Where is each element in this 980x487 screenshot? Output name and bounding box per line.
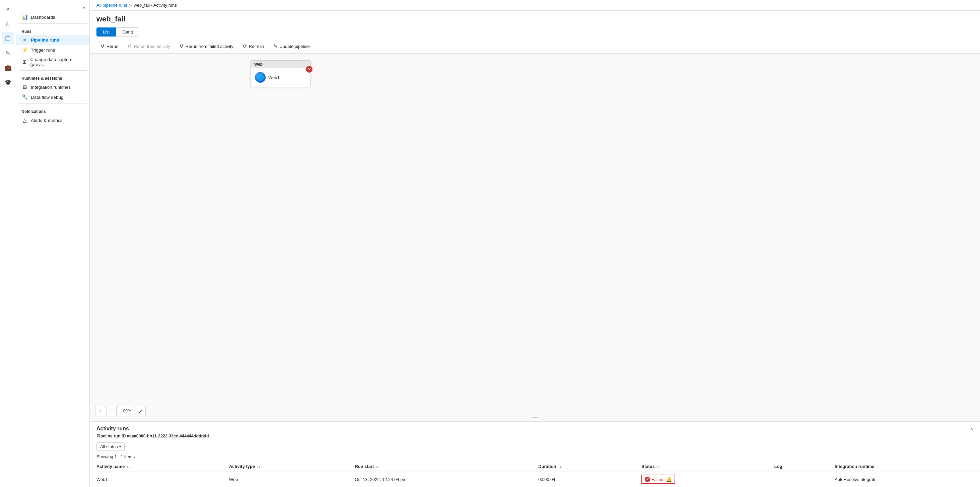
sort-activity-type-icon[interactable]: ↑↓ bbox=[257, 465, 260, 469]
rerun-button[interactable]: ↺ Rerun bbox=[97, 41, 122, 51]
zoom-controls: + − 100% ⤢ bbox=[95, 406, 146, 416]
col-activity-name: Activity name ↑↓ bbox=[90, 461, 223, 472]
web-node-error-icon: ✕ bbox=[306, 66, 312, 73]
alerts-metrics-label: Alerts & metrics bbox=[31, 118, 63, 123]
showing-text: Showing 1 - 1 items bbox=[90, 454, 980, 461]
rerun-icon: ↺ bbox=[100, 43, 105, 49]
sidebar-item-data-flow-debug[interactable]: 🔧 Data flow debug bbox=[16, 92, 89, 102]
collapse-sidebar-btn[interactable]: « bbox=[81, 4, 87, 11]
hat-icon-btn[interactable]: 🎓 bbox=[2, 76, 14, 88]
breadcrumb-separator: > bbox=[129, 3, 132, 8]
cell-integration-runtime: AutoResolveIntegrati bbox=[828, 472, 980, 487]
col-integration-runtime: Integration runtime bbox=[828, 461, 980, 472]
rerun-from-activity-button[interactable]: ↺ Rerun from activity bbox=[124, 41, 174, 51]
pipeline-run-id-label: Pipeline run ID bbox=[97, 434, 126, 438]
pipeline-runs-icon: ≡ bbox=[21, 37, 28, 43]
canvas-area[interactable]: Web 🌐 Web1 ✕ + − 100% ⤢ — bbox=[90, 54, 980, 421]
runs-section-label: Runs bbox=[16, 25, 89, 35]
change-data-capture-label: Change data capture (previ... bbox=[30, 57, 84, 67]
sidebar: « 📊 Dashboards Runs ≡ Pipeline runs ⚡ Tr… bbox=[16, 0, 90, 487]
web-node-card[interactable]: Web 🌐 Web1 ✕ bbox=[251, 60, 311, 87]
activity-runs-header: Activity runs ∧ bbox=[90, 422, 980, 433]
breadcrumb-link[interactable]: All pipeline runs bbox=[97, 3, 127, 8]
notifications-section-label: Notifications bbox=[16, 105, 89, 115]
sort-status-icon[interactable]: ↑↓ bbox=[657, 465, 660, 469]
data-flow-debug-label: Data flow debug bbox=[31, 95, 64, 100]
table-row: Web1 Web Oct 13, 2022, 12:24:04 pm 00:00… bbox=[90, 472, 980, 487]
briefcase-icon-btn[interactable]: 💼 bbox=[2, 62, 14, 74]
collapse-activity-runs-btn[interactable]: ∧ bbox=[970, 426, 973, 431]
rerun-from-activity-label: Rerun from activity bbox=[134, 44, 170, 49]
cell-duration: 00:00:04 bbox=[531, 472, 635, 487]
update-pipeline-label: Update pipeline bbox=[279, 44, 309, 49]
alerts-metrics-icon: △ bbox=[21, 117, 28, 123]
update-pipeline-icon: ✎ bbox=[273, 43, 278, 49]
zoom-percent-button[interactable]: 100% bbox=[118, 406, 134, 416]
sidebar-item-trigger-runs[interactable]: ⚡ Trigger runs bbox=[16, 45, 89, 55]
integration-runtimes-label: Integration runtimes bbox=[31, 85, 71, 90]
edit-icon-btn[interactable]: ✎ bbox=[2, 47, 14, 59]
rerun-from-activity-icon: ↺ bbox=[127, 43, 132, 49]
activity-runs-title: Activity runs bbox=[97, 426, 129, 432]
main-content: All pipeline runs > web_fail - Activity … bbox=[90, 0, 980, 487]
status-filter: All status ▾ bbox=[90, 441, 980, 454]
col-run-start: Run start ↑↓ bbox=[348, 461, 531, 472]
rerun-from-failed-button[interactable]: ↺ Rerun from failed activity bbox=[175, 41, 237, 51]
zoom-out-button[interactable]: − bbox=[107, 406, 116, 416]
data-flow-debug-icon: 🔧 bbox=[21, 94, 28, 100]
dashboards-icon: 📊 bbox=[21, 14, 28, 20]
sidebar-item-dashboards[interactable]: 📊 Dashboards bbox=[16, 12, 89, 22]
web-node-header: Web bbox=[251, 60, 310, 68]
page-title: web_fail bbox=[90, 11, 980, 26]
drag-handle[interactable]: — bbox=[531, 413, 538, 421]
zoom-fit-button[interactable]: ⤢ bbox=[136, 406, 146, 416]
sidebar-item-change-data-capture[interactable]: ⊞ Change data capture (previ... bbox=[16, 55, 89, 69]
status-filter-label: All status bbox=[100, 444, 118, 449]
sidebar-divider-2 bbox=[19, 70, 87, 71]
rerun-from-failed-label: Rerun from failed activity bbox=[186, 44, 234, 49]
rerun-from-failed-icon: ↺ bbox=[180, 43, 184, 49]
web-globe-icon: 🌐 bbox=[255, 72, 266, 83]
zoom-in-button[interactable]: + bbox=[95, 406, 105, 416]
integration-runtimes-icon: ⊞ bbox=[21, 84, 28, 90]
sidebar-item-alerts-metrics[interactable]: △ Alerts & metrics bbox=[16, 115, 89, 125]
sidebar-item-pipeline-runs[interactable]: ≡ Pipeline runs bbox=[16, 35, 89, 45]
cell-activity-type: Web bbox=[223, 472, 348, 487]
col-status: Status ↑↓ bbox=[635, 461, 768, 472]
chevron-down-icon: ▾ bbox=[119, 445, 121, 449]
pipeline-runs-label: Pipeline runs bbox=[31, 38, 59, 43]
runtimes-section-label: Runtimes & sessions bbox=[16, 72, 89, 82]
status-failed-badge: ✕ Failed 🔔 bbox=[641, 474, 675, 484]
col-log: Log bbox=[768, 461, 828, 472]
sort-run-start-icon[interactable]: ↑↓ bbox=[376, 465, 379, 469]
view-tabs: List Gantt bbox=[90, 26, 980, 39]
status-failed-icon: ✕ bbox=[645, 477, 650, 482]
sort-duration-icon[interactable]: ↑↓ bbox=[558, 465, 562, 469]
pipeline-run-id: Pipeline run ID aaaa0000-bb11-2222-33cc-… bbox=[90, 433, 980, 441]
expand-sidebar-btn[interactable]: » bbox=[2, 3, 14, 15]
sidebar-divider-3 bbox=[19, 103, 87, 104]
status-dropdown[interactable]: All status ▾ bbox=[97, 442, 125, 451]
refresh-button[interactable]: ⟳ Refresh bbox=[239, 41, 268, 51]
cell-log bbox=[768, 472, 828, 487]
monitor-icon-btn[interactable]: ◫ bbox=[2, 32, 14, 44]
sort-activity-name-icon[interactable]: ↑↓ bbox=[127, 465, 130, 469]
rerun-label: Rerun bbox=[107, 44, 118, 49]
status-failed-text: Failed bbox=[651, 477, 663, 482]
web-node-container: Web 🌐 Web1 ✕ bbox=[251, 60, 311, 87]
refresh-label: Refresh bbox=[249, 44, 264, 49]
trigger-runs-label: Trigger runs bbox=[31, 48, 55, 53]
sidebar-item-integration-runtimes[interactable]: ⊞ Integration runtimes bbox=[16, 82, 89, 92]
tab-list[interactable]: List bbox=[97, 27, 116, 37]
cell-run-start: Oct 13, 2022, 12:24:04 pm bbox=[348, 472, 531, 487]
cell-activity-name: Web1 bbox=[90, 472, 223, 487]
activity-runs-section: Activity runs ∧ Pipeline run ID aaaa0000… bbox=[90, 421, 980, 487]
action-toolbar: ↺ Rerun ↺ Rerun from activity ↺ Rerun fr… bbox=[90, 39, 980, 54]
log-details-icon[interactable]: 🔔 bbox=[666, 477, 672, 482]
home-icon-btn[interactable]: ⌂ bbox=[2, 18, 14, 29]
update-pipeline-button[interactable]: ✎ Update pipeline bbox=[269, 41, 313, 51]
tab-gantt[interactable]: Gantt bbox=[116, 27, 139, 37]
trigger-runs-icon: ⚡ bbox=[21, 47, 28, 53]
web-node-body: 🌐 Web1 ✕ bbox=[251, 68, 310, 87]
refresh-icon: ⟳ bbox=[243, 43, 247, 49]
